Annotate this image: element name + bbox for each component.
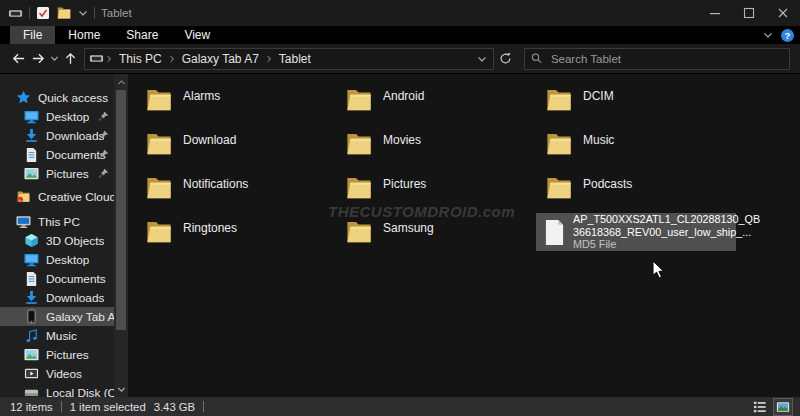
window-title: Tablet bbox=[101, 7, 132, 19]
sidebar-item-desktop-pinned[interactable]: Desktop bbox=[0, 107, 114, 126]
star-icon bbox=[16, 90, 31, 105]
search-input[interactable] bbox=[549, 52, 783, 66]
sidebar-item-downloads[interactable]: Downloads bbox=[0, 288, 114, 307]
breadcrumb-separator-icon bbox=[264, 55, 274, 63]
folder-tile-podcasts[interactable]: Podcasts bbox=[536, 169, 736, 207]
folder-tile-pictures[interactable]: Pictures bbox=[336, 169, 536, 207]
maximize-button[interactable] bbox=[732, 0, 766, 26]
separator bbox=[203, 401, 204, 412]
sidebar-item-desktop[interactable]: Desktop bbox=[0, 250, 114, 269]
folder-icon bbox=[144, 87, 174, 113]
disk-icon bbox=[24, 385, 39, 397]
back-button[interactable] bbox=[8, 48, 28, 70]
desktop-icon bbox=[24, 109, 39, 124]
folder-tile-movies[interactable]: Movies bbox=[336, 125, 536, 163]
minimize-button[interactable] bbox=[698, 0, 732, 26]
documents-icon bbox=[24, 271, 39, 286]
folder-tile-android[interactable]: Android bbox=[336, 81, 536, 119]
ribbon-tab-bar: File Home Share View ? bbox=[0, 26, 800, 44]
large-icons-view-button[interactable] bbox=[774, 399, 792, 415]
scrollbar-thumb[interactable] bbox=[116, 90, 126, 330]
titlebar: Tablet bbox=[0, 0, 800, 26]
downloads-icon bbox=[24, 290, 39, 305]
file-tile-md5-selected[interactable]: AP_T500XXS2ATL1_CL20288130_QB 36618368_R… bbox=[536, 213, 736, 251]
tablet-icon bbox=[24, 309, 39, 324]
sidebar-item-galaxy-tab-a7[interactable]: Galaxy Tab A7 bbox=[0, 307, 114, 326]
file-explorer-window: Tablet File Home Share View ? This PC Ga… bbox=[0, 0, 800, 416]
expand-ribbon-chevron-icon[interactable] bbox=[763, 30, 773, 40]
properties-button-icon[interactable] bbox=[36, 6, 50, 20]
window-controls bbox=[698, 0, 800, 26]
sidebar-item-pictures-pinned[interactable]: Pictures bbox=[0, 164, 114, 183]
customize-qat-chevron-icon[interactable] bbox=[78, 8, 88, 18]
forward-button[interactable] bbox=[28, 48, 48, 70]
sidebar-item-pictures[interactable]: Pictures bbox=[0, 345, 114, 364]
folder-icon bbox=[544, 87, 574, 113]
tab-file[interactable]: File bbox=[10, 26, 55, 44]
sidebar-item-downloads-pinned[interactable]: Downloads bbox=[0, 126, 114, 145]
folder-tile-notifications[interactable]: Notifications bbox=[136, 169, 336, 207]
breadcrumb-this-pc[interactable]: This PC bbox=[114, 52, 167, 66]
new-folder-button-icon[interactable] bbox=[56, 6, 72, 20]
folder-icon bbox=[544, 175, 574, 201]
folder-icon bbox=[344, 131, 374, 157]
music-icon bbox=[24, 328, 39, 343]
close-button[interactable] bbox=[766, 0, 800, 26]
file-type-label: MD5 File bbox=[573, 238, 760, 251]
refresh-button[interactable] bbox=[494, 48, 516, 70]
sidebar-item-this-pc[interactable]: This PC bbox=[0, 212, 114, 231]
watermark: THECUSTOMDROID.com bbox=[328, 203, 515, 220]
folder-icon bbox=[144, 131, 174, 157]
explorer-window-icon bbox=[8, 6, 23, 21]
sidebar-item-music[interactable]: Music bbox=[0, 326, 114, 345]
details-view-button[interactable] bbox=[751, 399, 769, 415]
help-button[interactable]: ? bbox=[781, 29, 794, 42]
address-bar[interactable]: This PC Galaxy Tab A7 Tablet bbox=[84, 48, 494, 70]
documents-icon bbox=[24, 147, 39, 162]
file-name-line2: 36618368_REV00_user_low_ship_... bbox=[573, 226, 760, 239]
sidebar-item-documents[interactable]: Documents bbox=[0, 269, 114, 288]
items-count: 12 items bbox=[10, 401, 53, 413]
quick-access-toolbar bbox=[0, 6, 95, 21]
breadcrumb-separator-icon bbox=[167, 55, 177, 63]
scroll-down-arrow-icon[interactable] bbox=[114, 383, 128, 395]
folder-icon bbox=[344, 219, 374, 245]
pin-icon bbox=[98, 168, 109, 179]
main-area: Quick access Desktop Downloads Documents… bbox=[0, 74, 800, 397]
search-box[interactable] bbox=[524, 48, 790, 70]
pin-icon bbox=[98, 130, 109, 141]
folder-tile-download[interactable]: Download bbox=[136, 125, 336, 163]
tab-home[interactable]: Home bbox=[55, 26, 113, 44]
sidebar-item-videos[interactable]: Videos bbox=[0, 364, 114, 383]
location-device-icon bbox=[89, 51, 104, 66]
pictures-icon bbox=[24, 347, 39, 362]
videos-icon bbox=[24, 366, 39, 381]
breadcrumb-galaxy-tab-a7[interactable]: Galaxy Tab A7 bbox=[177, 52, 264, 66]
desktop-icon bbox=[24, 252, 39, 267]
folder-tile-ringtones[interactable]: Ringtones bbox=[136, 213, 336, 251]
recent-locations-chevron-icon[interactable] bbox=[48, 48, 60, 70]
folder-icon bbox=[144, 219, 174, 245]
tab-view[interactable]: View bbox=[171, 26, 223, 44]
sidebar-item-3d-objects[interactable]: 3D Objects bbox=[0, 231, 114, 250]
folder-tile-dcim[interactable]: DCIM bbox=[536, 81, 736, 119]
address-dropdown-chevron-icon[interactable] bbox=[477, 54, 489, 64]
pin-icon bbox=[98, 111, 109, 122]
scroll-up-arrow-icon[interactable] bbox=[114, 76, 128, 88]
sidebar-item-quick-access[interactable]: Quick access bbox=[0, 88, 114, 107]
folder-tile-alarms[interactable]: Alarms bbox=[136, 81, 336, 119]
sidebar-item-creative-cloud-files[interactable]: Creative Cloud Files bbox=[0, 187, 114, 206]
navigation-pane: Quick access Desktop Downloads Documents… bbox=[0, 74, 114, 397]
sidebar-scrollbar[interactable] bbox=[114, 74, 128, 397]
sidebar-item-documents-pinned[interactable]: Documents bbox=[0, 145, 114, 164]
folder-tile-music[interactable]: Music bbox=[536, 125, 736, 163]
file-name-line1: AP_T500XXS2ATL1_CL20288130_QB bbox=[573, 213, 760, 226]
computer-icon bbox=[16, 214, 31, 229]
selection-count: 1 item selected bbox=[70, 401, 146, 413]
up-button[interactable] bbox=[60, 48, 80, 70]
pin-icon bbox=[98, 149, 109, 160]
sidebar-item-local-disk-c[interactable]: Local Disk (C:) bbox=[0, 383, 114, 397]
tab-share[interactable]: Share bbox=[113, 26, 171, 44]
breadcrumb-tablet[interactable]: Tablet bbox=[274, 52, 316, 66]
separator bbox=[94, 7, 95, 19]
